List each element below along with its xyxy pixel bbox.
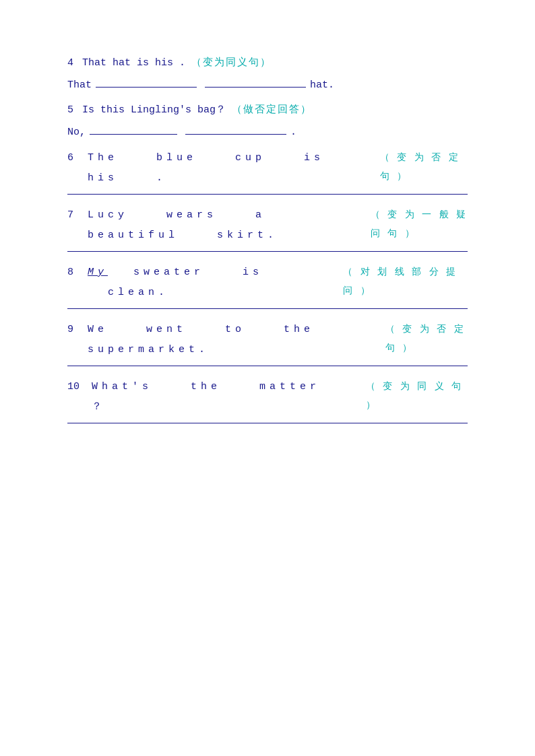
- exercise-6-sentence: The blue cup is his .: [88, 148, 380, 188]
- exercise-6-row: 6 The blue cup is his . （ 变 为 否 定 句 ）: [67, 148, 468, 188]
- exercise-4: 4 That hat is his . （变为同义句） That hat.: [67, 54, 468, 94]
- exercise-5-blank-2[interactable]: [185, 123, 286, 135]
- exercise-5-sentence: Is this Lingling's bag？: [82, 104, 226, 116]
- exercise-5-number: 5: [67, 104, 73, 116]
- exercise-4-header: 4 That hat is his . （变为同义句）: [67, 54, 468, 71]
- exercise-4-hat: hat.: [310, 76, 334, 94]
- exercise-10-answer-line[interactable]: [67, 423, 468, 423]
- exercise-6-answer-line[interactable]: [67, 194, 468, 195]
- exercise-10-number: 10: [67, 377, 81, 397]
- exercise-8-row: 8 My sweater is clean. （ 对 划 线 部 分 提 问 ）: [67, 263, 468, 303]
- exercise-4-that: That: [67, 76, 92, 94]
- exercise-8-sentence: sweater is clean.: [108, 263, 343, 303]
- exercise-4-instruction: （变为同义句）: [191, 57, 272, 67]
- exercise-9-instruction: （ 变 为 否 定 句 ）: [385, 320, 468, 357]
- exercise-5: 5 Is this Lingling's bag？ （做否定回答） No, .: [67, 101, 468, 141]
- exercise-10-sentence: What's the matter ？: [92, 377, 366, 417]
- exercise-7-answer-line[interactable]: [67, 251, 468, 252]
- exercise-8-answer-line[interactable]: [67, 308, 468, 309]
- exercise-9: 9 We went to the supermarket. （ 变 为 否 定 …: [67, 320, 468, 366]
- exercise-9-sentence: We went to the supermarket.: [88, 320, 385, 360]
- exercise-5-instruction: （做否定回答）: [232, 104, 312, 114]
- page: 4 That hat is his . （变为同义句） That hat. 5 …: [0, 0, 535, 756]
- exercise-7-sentence: Lucy wears a beautiful skirt.: [88, 205, 371, 246]
- exercise-6-instruction: （ 变 为 否 定 句 ）: [380, 148, 468, 186]
- exercise-5-no: No,: [67, 123, 86, 141]
- exercise-7-instruction: （ 变 为 一 般 疑 问 句 ）: [371, 205, 468, 243]
- exercise-5-answer: No, .: [67, 123, 468, 141]
- exercise-6: 6 The blue cup is his . （ 变 为 否 定 句 ）: [67, 148, 468, 195]
- exercise-4-sentence: That hat is his .: [82, 57, 185, 69]
- exercise-8-underlined: My: [88, 263, 108, 283]
- exercise-7-number: 7: [67, 205, 81, 226]
- exercise-9-answer-line[interactable]: [67, 366, 468, 366]
- exercise-5-header: 5 Is this Lingling's bag？ （做否定回答）: [67, 101, 468, 118]
- exercise-10-row: 10 What's the matter ？ （ 变 为 同 义 句 ）: [67, 377, 468, 417]
- exercise-8-instruction: （ 对 划 线 部 分 提 问 ）: [343, 263, 468, 300]
- exercise-6-number: 6: [67, 148, 81, 168]
- exercise-10: 10 What's the matter ？ （ 变 为 同 义 句 ）: [67, 377, 468, 423]
- exercise-5-period: .: [290, 123, 296, 141]
- exercise-5-blank-1[interactable]: [90, 123, 177, 135]
- exercise-10-instruction: （ 变 为 同 义 句 ）: [366, 377, 468, 415]
- exercise-4-answer: That hat.: [67, 75, 468, 94]
- exercise-4-blank-1[interactable]: [96, 75, 197, 88]
- exercise-9-row: 9 We went to the supermarket. （ 变 为 否 定 …: [67, 320, 468, 360]
- exercise-7-row: 7 Lucy wears a beautiful skirt. （ 变 为 一 …: [67, 205, 468, 246]
- exercise-8-number: 8: [67, 263, 81, 283]
- exercise-4-number: 4: [67, 57, 73, 69]
- exercise-9-number: 9: [67, 320, 81, 340]
- exercise-8: 8 My sweater is clean. （ 对 划 线 部 分 提 问 ）: [67, 263, 468, 309]
- exercise-4-blank-2[interactable]: [205, 75, 306, 88]
- exercise-7: 7 Lucy wears a beautiful skirt. （ 变 为 一 …: [67, 205, 468, 252]
